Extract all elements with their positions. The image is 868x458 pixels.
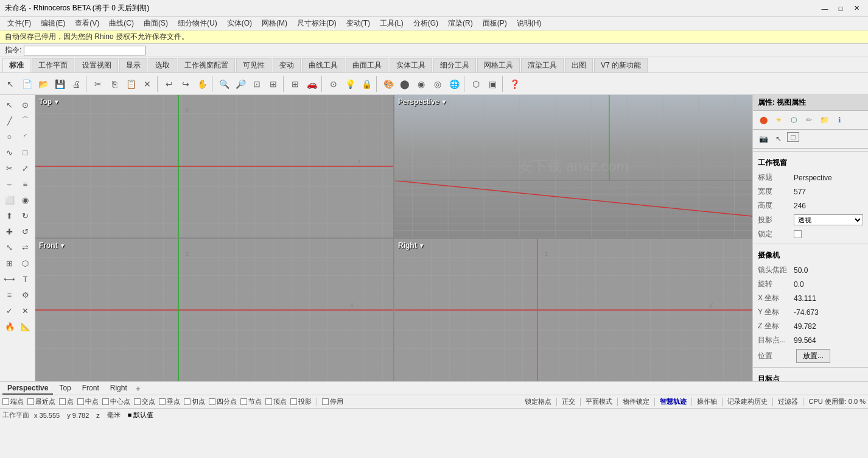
pan-icon[interactable]: ✋ bbox=[194, 76, 210, 92]
tab-viewport-config[interactable]: 工作视窗配置 bbox=[178, 58, 235, 72]
filter[interactable]: 过滤器 bbox=[778, 397, 798, 406]
lt-select-icon[interactable]: ↖ bbox=[2, 97, 17, 112]
cut-icon[interactable]: ✂ bbox=[90, 76, 106, 92]
tab-print[interactable]: 出图 bbox=[565, 58, 593, 72]
grid-icon[interactable]: ⊞ bbox=[287, 76, 303, 92]
snap-mid-check[interactable] bbox=[77, 398, 84, 405]
snap-tan-label[interactable]: 切点 bbox=[192, 397, 205, 406]
lt-rotate-icon[interactable]: ↺ bbox=[18, 224, 33, 239]
snap-endpoint-label[interactable]: 端点 bbox=[10, 397, 24, 406]
lt-check-icon[interactable]: ✓ bbox=[2, 303, 17, 318]
lt-rect-icon[interactable]: □ bbox=[18, 145, 33, 160]
lt-layer-icon[interactable]: ≡ bbox=[2, 287, 17, 302]
rp-select-projection[interactable]: 透视 平行 bbox=[794, 214, 863, 225]
rp-sun-icon[interactable]: ☀ bbox=[772, 113, 785, 127]
paste-icon[interactable]: 📋 bbox=[123, 76, 139, 92]
tab-subd-tools[interactable]: 细分工具 bbox=[433, 58, 476, 72]
snap-icon[interactable]: 🚗 bbox=[304, 76, 320, 92]
bt-add-button[interactable]: + bbox=[133, 384, 143, 393]
material-icon[interactable]: 🎨 bbox=[380, 76, 396, 92]
zoom-in-icon[interactable]: 🔍 bbox=[216, 76, 232, 92]
open-icon[interactable]: 📂 bbox=[35, 76, 51, 92]
lt-line-icon[interactable]: ╱ bbox=[2, 113, 17, 128]
viewport-right[interactable]: Right ▼ y z bbox=[394, 239, 752, 381]
snap-perp-label[interactable]: 垂点 bbox=[167, 397, 180, 406]
tab-render-tools[interactable]: 渲染工具 bbox=[521, 58, 564, 72]
lt-move-icon[interactable]: ✚ bbox=[2, 224, 17, 239]
viewport-top[interactable]: Top ▼ x y bbox=[35, 95, 393, 238]
smart-track[interactable]: 智慧轨迹 bbox=[660, 397, 687, 406]
tab-curve-tools[interactable]: 曲线工具 bbox=[302, 58, 345, 72]
snap-nearest-check[interactable] bbox=[27, 398, 34, 405]
rp-texture-icon[interactable]: ⬡ bbox=[787, 113, 800, 127]
grid-lock[interactable]: 锁定格点 bbox=[525, 397, 551, 406]
snap-point-check[interactable] bbox=[59, 398, 66, 405]
lt-array-icon[interactable]: ⊞ bbox=[2, 256, 17, 270]
record-history[interactable]: 记录建构历史 bbox=[727, 397, 768, 406]
snap-knot-check[interactable] bbox=[240, 398, 247, 405]
snap-knot-label[interactable]: 节点 bbox=[248, 397, 262, 406]
lt-text-icon[interactable]: T bbox=[18, 272, 33, 286]
mesh-icon[interactable]: ⬡ bbox=[468, 76, 484, 92]
snap-proj-check[interactable] bbox=[290, 398, 297, 405]
lt-point-select-icon[interactable]: ⊙ bbox=[18, 97, 33, 112]
print-icon[interactable]: 🖨 bbox=[68, 76, 84, 92]
minimize-button[interactable]: — bbox=[818, 3, 831, 14]
tab-surface-tools[interactable]: 曲面工具 bbox=[346, 58, 388, 72]
new-icon[interactable]: 📄 bbox=[19, 76, 35, 92]
rp-folder-icon[interactable]: 📁 bbox=[817, 113, 831, 127]
viewport-front-arrow[interactable]: ▼ bbox=[60, 242, 66, 249]
menu-subd[interactable]: 细分物件(U) bbox=[173, 17, 222, 30]
delete-icon[interactable]: ✕ bbox=[139, 76, 155, 92]
point-icon[interactable]: ⊙ bbox=[326, 76, 341, 92]
lt-group-icon[interactable]: ⬡ bbox=[18, 256, 33, 270]
snap-mid-label[interactable]: 中点 bbox=[85, 397, 99, 406]
tab-setview[interactable]: 设置视图 bbox=[75, 58, 118, 72]
menu-transform[interactable]: 变动(T) bbox=[341, 17, 375, 30]
rp-checkbox-lock[interactable] bbox=[794, 230, 802, 238]
snap-vertex-check[interactable] bbox=[265, 398, 272, 405]
viewport-right-arrow[interactable]: ▼ bbox=[419, 242, 425, 249]
menu-surface[interactable]: 曲面(S) bbox=[139, 17, 173, 30]
close-button[interactable]: ✕ bbox=[850, 3, 863, 14]
snap-quad-label[interactable]: 四分点 bbox=[217, 397, 237, 406]
render-icon3[interactable]: ◎ bbox=[430, 76, 446, 92]
menu-analyze[interactable]: 分析(G) bbox=[408, 17, 443, 30]
cmd-input[interactable] bbox=[24, 46, 145, 55]
save-icon[interactable]: 💾 bbox=[52, 76, 68, 92]
zoom-out-icon[interactable]: 🔎 bbox=[233, 76, 248, 92]
help-icon[interactable]: ❓ bbox=[506, 76, 522, 92]
tab-standard[interactable]: 标准 bbox=[2, 58, 30, 72]
tab-select[interactable]: 选取 bbox=[149, 58, 177, 72]
snap-tan-check[interactable] bbox=[184, 398, 191, 405]
lock-icon[interactable]: 🔒 bbox=[359, 76, 374, 92]
rp-camera-icon[interactable]: 📷 bbox=[757, 132, 770, 146]
lt-fillet-icon[interactable]: ⌣ bbox=[2, 177, 17, 191]
lt-dimension-icon[interactable]: ⟷ bbox=[2, 272, 17, 286]
lt-box-icon[interactable]: ⬜ bbox=[2, 192, 17, 207]
ortho[interactable]: 正交 bbox=[562, 397, 575, 406]
snap-intersect-label[interactable]: 交点 bbox=[142, 397, 155, 406]
menu-tools[interactable]: 工具(L) bbox=[375, 17, 408, 30]
lt-arc-icon[interactable]: ◜ bbox=[18, 129, 33, 144]
render-icon2[interactable]: ◉ bbox=[413, 76, 429, 92]
zoom-extent-icon[interactable]: ⊡ bbox=[249, 76, 265, 92]
snap-intersect-check[interactable] bbox=[134, 398, 141, 405]
viewport-perspective[interactable]: Perspective ▼ bbox=[394, 95, 752, 238]
snap-vertex-label[interactable]: 顶点 bbox=[273, 397, 287, 406]
lt-extrude-icon[interactable]: ⬆ bbox=[2, 208, 17, 223]
menu-render[interactable]: 渲染(R) bbox=[443, 17, 478, 30]
tab-mesh-tools[interactable]: 网格工具 bbox=[477, 58, 520, 72]
zoom-window-icon[interactable]: ⊞ bbox=[265, 76, 281, 92]
env-icon[interactable]: 🌐 bbox=[446, 76, 462, 92]
undo-icon[interactable]: ↩ bbox=[161, 76, 177, 92]
snap-nearest-label[interactable]: 最近点 bbox=[35, 397, 55, 406]
lt-scale-icon[interactable]: ⤡ bbox=[2, 240, 17, 255]
lt-offset-icon[interactable]: ≡ bbox=[18, 177, 33, 191]
snap-point-label[interactable]: 点 bbox=[67, 397, 74, 406]
redo-icon[interactable]: ↪ bbox=[178, 76, 194, 92]
rp-color-icon[interactable]: ⬤ bbox=[757, 113, 770, 127]
menu-edit[interactable]: 编辑(E) bbox=[36, 17, 70, 30]
menu-curve[interactable]: 曲线(C) bbox=[104, 17, 139, 30]
tab-display[interactable]: 显示 bbox=[119, 58, 147, 72]
